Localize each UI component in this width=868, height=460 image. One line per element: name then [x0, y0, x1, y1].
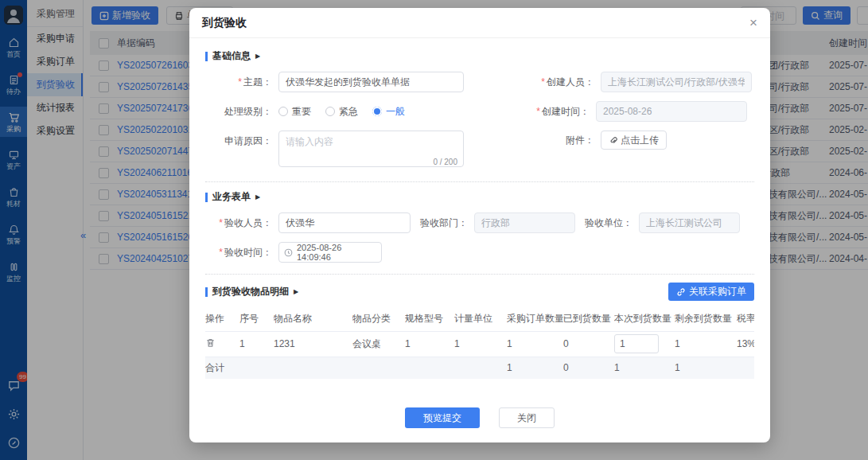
col-order-qty: 采购订单数量: [507, 307, 563, 331]
total-row: 合计 1 0 1 1: [205, 357, 754, 379]
chain-link-icon: [676, 287, 686, 297]
acceptor-input[interactable]: [278, 212, 411, 233]
acceptor-label: 验收人员：: [205, 212, 278, 233]
col-current-qty: 本次到货数量 *: [614, 307, 675, 331]
section-detail-header: 到货验收物品明细 ▶ 关联采购订单: [205, 283, 754, 301]
close-icon[interactable]: ×: [749, 16, 757, 29]
created-time-label: 创建时间：: [492, 101, 596, 122]
item-seq: 1: [239, 331, 274, 357]
dept-input: [474, 212, 575, 233]
modal-title: 到货验收: [202, 16, 247, 30]
modal-header: 到货验收 ×: [189, 8, 770, 38]
item-unit: 1: [454, 331, 507, 357]
radio-urgent[interactable]: 紧急: [325, 105, 358, 119]
form-row-accept-time: 验收时间： 2025-08-26 14:09:46: [205, 242, 754, 263]
col-operation: 操作: [205, 307, 239, 331]
total-order-qty: 1: [507, 357, 563, 379]
col-unit: 计量单位: [454, 307, 507, 331]
item-name: 1231: [274, 331, 352, 357]
level-radio-group: 重要 紧急 一般: [278, 101, 405, 122]
section-bar: [205, 52, 208, 61]
section-bar: [205, 193, 208, 202]
preview-submit-button[interactable]: 预览提交: [405, 407, 480, 428]
paperclip-icon: [609, 136, 617, 145]
radio-normal[interactable]: 一般: [372, 105, 405, 119]
radio-circle-icon: [278, 107, 288, 116]
col-item-name: 物品名称: [274, 307, 352, 331]
item-table-header-row: 操作 序号 物品名称 物品分类 规格型号 计量单位 采购订单数量 已到货数量 本…: [205, 307, 754, 331]
col-remain-qty: 剩余到货数量: [675, 307, 737, 331]
delete-icon[interactable]: [205, 337, 216, 348]
item-row: 1 1231 会议桌 1 1 1 0 1 13%: [205, 331, 754, 357]
section-title: 业务表单: [212, 190, 251, 204]
creator-input: [601, 72, 752, 92]
total-remain-qty: 1: [675, 357, 737, 379]
radio-circle-icon: [325, 107, 335, 116]
col-arrived-qty: 已到货数量: [563, 307, 614, 331]
current-qty-input[interactable]: [614, 334, 659, 353]
dept-label: 验收部门：: [411, 212, 474, 233]
modal-body: 基础信息 ▶ 主题： 创建人员： 处理级别： 重要 紧急: [189, 38, 770, 442]
unit-input: [639, 212, 740, 233]
attachment-label: 附件：: [497, 131, 601, 150]
col-seq: 序号: [239, 307, 274, 331]
accept-time-input[interactable]: 2025-08-26 14:09:46: [278, 242, 382, 263]
modal-footer: 预览提交 关闭: [205, 407, 754, 431]
created-time-input: [596, 101, 747, 122]
subject-input[interactable]: [278, 72, 464, 92]
section-arrow-icon[interactable]: ▶: [294, 288, 298, 295]
item-category: 会议桌: [352, 331, 405, 357]
form-row-level: 处理级别： 重要 紧急 一般 创建时间：: [205, 101, 754, 122]
accept-time-label: 验收时间：: [205, 242, 278, 263]
arrival-acceptance-modal: 到货验收 × 基础信息 ▶ 主题： 创建人员：: [189, 8, 770, 442]
unit-label: 验收单位：: [575, 212, 639, 233]
form-row-reason: 申请原因： 0 / 200 附件： 点击上传: [205, 131, 754, 170]
section-arrow-icon[interactable]: ▶: [255, 193, 260, 201]
section-business-form: 业务表单 ▶: [205, 190, 754, 204]
item-remain-qty: 1: [675, 331, 737, 357]
total-current-qty: 1: [614, 357, 675, 379]
subject-label: 主题：: [205, 72, 278, 92]
upload-button[interactable]: 点击上传: [601, 131, 667, 150]
char-counter: 0 / 200: [433, 158, 457, 166]
radio-important[interactable]: 重要: [278, 105, 311, 119]
section-divider: [205, 181, 754, 182]
section-basic-info: 基础信息 ▶: [205, 49, 754, 63]
item-order-qty: 1: [507, 331, 563, 357]
col-spec: 规格型号: [405, 307, 454, 331]
col-tax: 税率: [737, 307, 754, 331]
item-detail-table: 操作 序号 物品名称 物品分类 规格型号 计量单位 采购订单数量 已到货数量 本…: [205, 307, 754, 379]
item-spec: 1: [405, 331, 454, 357]
section-title: 到货验收物品明细: [212, 285, 289, 298]
total-label: 合计: [205, 357, 239, 379]
form-row-acceptor: 验收人员： 验收部门： 验收单位：: [205, 212, 754, 233]
radio-circle-icon: [372, 107, 382, 116]
form-row-subject: 主题： 创建人员：: [205, 72, 754, 92]
creator-label: 创建人员：: [497, 72, 601, 92]
modal-close-button[interactable]: 关闭: [499, 407, 555, 428]
item-tax: 13%: [737, 331, 754, 357]
reason-label: 申请原因：: [205, 131, 278, 151]
app-window: 首页 待办 采购 资产 耗材 预警 监控: [0, 0, 868, 460]
section-bar: [205, 287, 208, 297]
clock-icon: [284, 248, 293, 257]
total-arrived-qty: 0: [563, 357, 614, 379]
section-title: 基础信息: [212, 49, 251, 63]
section-item-detail: 到货验收物品明细 ▶: [205, 285, 298, 298]
item-arrived-qty: 0: [563, 331, 614, 357]
section-divider: [205, 274, 754, 275]
col-category: 物品分类: [352, 307, 405, 331]
section-arrow-icon[interactable]: ▶: [255, 53, 260, 60]
level-label: 处理级别：: [205, 101, 278, 122]
link-purchase-order-button[interactable]: 关联采购订单: [668, 283, 754, 301]
